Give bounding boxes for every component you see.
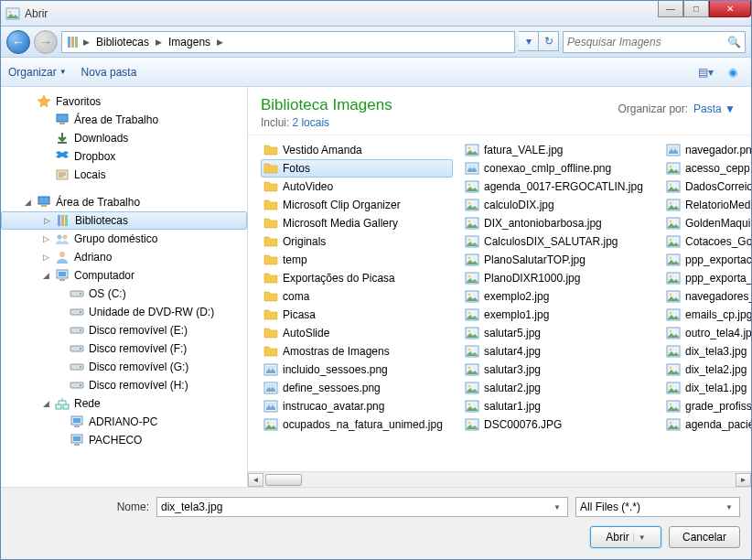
file-item[interactable]: ocupados_na_fatura_unimed.jpg: [261, 415, 453, 434]
file-item[interactable]: AutoVideo: [261, 178, 453, 196]
file-item[interactable]: conexao_cmlp_offline.png: [462, 159, 654, 178]
file-item[interactable]: ppp_exporta_ativ: [663, 269, 751, 287]
file-item[interactable]: CalculosDIX_SALUTAR.jpg: [462, 232, 654, 251]
refresh-button[interactable]: ↻: [539, 31, 559, 51]
tree-item[interactable]: ▷Adriano: [1, 248, 247, 266]
file-item[interactable]: AutoSlide: [261, 324, 453, 342]
file-item[interactable]: DIX_antoniobarbosa.jpg: [462, 214, 654, 232]
file-item[interactable]: salutar5.jpg: [462, 324, 654, 342]
cancel-button[interactable]: Cancelar: [669, 526, 740, 548]
file-item[interactable]: Vestido Amanda: [261, 141, 453, 159]
tree-item[interactable]: Disco removível (E:): [1, 321, 247, 339]
filetype-combo[interactable]: All Files (*.*) ▼: [575, 497, 740, 517]
file-item[interactable]: navegador.png: [663, 141, 751, 159]
tree-item[interactable]: OS (C:): [1, 285, 247, 303]
file-item[interactable]: Cotacoes_Golden: [663, 232, 751, 251]
file-item[interactable]: exemplo1.jpg: [462, 306, 654, 324]
file-item[interactable]: grade_profissiona: [663, 397, 751, 415]
file-item[interactable]: Fotos: [261, 159, 453, 178]
breadcrumb-segment[interactable]: Imagens: [165, 34, 214, 50]
file-item[interactable]: instrucao_avatar.png: [261, 397, 453, 415]
file-item[interactable]: incluido_sessoes.png: [261, 361, 453, 379]
file-item[interactable]: PlanoSalutarTOP.jpg: [462, 251, 654, 269]
file-list[interactable]: Vestido AmandaFotosAutoVideoMicrosoft Cl…: [248, 135, 751, 471]
file-item[interactable]: agenda_0017-ERGOCATLIN.jpg: [462, 178, 654, 196]
history-dropdown-button[interactable]: ▾: [519, 31, 539, 51]
help-button[interactable]: ◉: [722, 62, 744, 82]
tree-item[interactable]: ▷Grupo doméstico: [1, 230, 247, 248]
new-folder-button[interactable]: Nova pasta: [81, 66, 137, 79]
chevron-right-icon[interactable]: ▶: [156, 38, 162, 47]
file-item[interactable]: ppp_exportacao_: [663, 251, 751, 269]
file-item[interactable]: acesso_cepp.jpg: [663, 159, 751, 178]
search-icon[interactable]: 🔍: [727, 36, 741, 48]
file-item[interactable]: GoldenMaquina_: [663, 214, 751, 232]
file-item[interactable]: Microsoft Clip Organizer: [261, 196, 453, 214]
tree-item[interactable]: Dropbox: [1, 147, 247, 166]
open-button[interactable]: Abrir▼: [590, 526, 661, 548]
file-item[interactable]: DadosCorreios.jpg: [663, 178, 751, 196]
file-item[interactable]: dix_tela1.jpg: [663, 379, 751, 397]
file-item[interactable]: DSC00076.JPG: [462, 415, 654, 434]
tree-item[interactable]: Unidade de DVD-RW (D:): [1, 303, 247, 321]
file-item[interactable]: salutar3.jpg: [462, 361, 654, 379]
file-item[interactable]: exemplo2.jpg: [462, 287, 654, 306]
file-item[interactable]: define_sessoes.png: [261, 379, 453, 397]
maximize-button[interactable]: □: [683, 1, 709, 17]
tree-item[interactable]: Disco removível (F:): [1, 339, 247, 358]
file-item[interactable]: salutar4.jpg: [462, 342, 654, 361]
tree-item[interactable]: Downloads: [1, 129, 247, 147]
file-item[interactable]: coma: [261, 287, 453, 306]
file-item[interactable]: outro_tela4.jpg: [663, 324, 751, 342]
tree-item[interactable]: Área de Trabalho: [1, 111, 247, 129]
filename-combo[interactable]: dix_tela3.jpg ▼: [156, 497, 568, 517]
scroll-right-button[interactable]: ►: [736, 473, 751, 487]
expand-icon[interactable]: ◢: [23, 198, 32, 207]
chevron-down-icon[interactable]: ▼: [723, 503, 736, 512]
expand-icon[interactable]: ▷: [41, 253, 50, 262]
file-item[interactable]: temp: [261, 251, 453, 269]
file-item[interactable]: RelatorioMedico_: [663, 196, 751, 214]
file-item[interactable]: salutar1.jpg: [462, 397, 654, 415]
tree-item[interactable]: ADRIANO-PC: [1, 413, 247, 431]
tree-item[interactable]: ◢Área de Trabalho: [1, 193, 247, 211]
titlebar[interactable]: Abrir — □ ✕: [1, 1, 751, 27]
horizontal-scrollbar[interactable]: ◄ ►: [248, 471, 751, 487]
expand-icon[interactable]: ▷: [41, 234, 50, 243]
chevron-right-icon[interactable]: ▶: [217, 38, 223, 47]
forward-button[interactable]: →: [34, 30, 58, 54]
file-item[interactable]: calculoDIX.jpg: [462, 196, 654, 214]
expand-icon[interactable]: ◢: [41, 271, 50, 280]
file-item[interactable]: agenda_paciente: [663, 415, 751, 434]
breadcrumb[interactable]: ▶ Bibliotecas ▶ Imagens ▶: [61, 31, 515, 53]
chevron-down-icon[interactable]: ▼: [551, 503, 564, 512]
file-item[interactable]: fatura_VALE.jpg: [462, 141, 654, 159]
tree-item[interactable]: ▷Bibliotecas: [1, 211, 247, 230]
tree-item[interactable]: ◢Rede: [1, 394, 247, 413]
file-item[interactable]: Exportações do Picasa: [261, 269, 453, 287]
file-item[interactable]: Amostras de Imagens: [261, 342, 453, 361]
file-item[interactable]: Microsoft Media Gallery: [261, 214, 453, 232]
file-item[interactable]: dix_tela3.jpg: [663, 342, 751, 361]
tree-item[interactable]: Disco removível (G:): [1, 358, 247, 376]
organize-menu[interactable]: Organizar ▼: [8, 66, 67, 79]
back-button[interactable]: ←: [6, 30, 30, 54]
tree-item[interactable]: ◢Computador: [1, 266, 247, 285]
open-split-dropdown[interactable]: ▼: [633, 533, 646, 542]
filename-value[interactable]: dix_tela3.jpg: [161, 501, 551, 513]
search-box[interactable]: 🔍: [563, 31, 746, 53]
file-item[interactable]: PlanoDIXR1000.jpg: [462, 269, 654, 287]
expand-icon[interactable]: ▷: [42, 216, 51, 225]
arrange-by-dropdown[interactable]: Pasta ▼: [693, 102, 736, 115]
tree-item[interactable]: Locais: [1, 166, 247, 184]
file-item[interactable]: dix_tela2.jpg: [663, 361, 751, 379]
chevron-right-icon[interactable]: ▶: [83, 38, 90, 47]
file-item[interactable]: navegadores_cp.: [663, 287, 751, 306]
navigation-tree[interactable]: FavoritosÁrea de TrabalhoDownloadsDropbo…: [1, 87, 248, 487]
view-options-button[interactable]: ▤▾: [694, 62, 716, 82]
file-item[interactable]: emails_cp.jpg: [663, 306, 751, 324]
scroll-thumb[interactable]: [265, 474, 302, 486]
search-input[interactable]: [567, 36, 727, 48]
scroll-left-button[interactable]: ◄: [248, 473, 263, 487]
file-item[interactable]: Picasa: [261, 306, 453, 324]
